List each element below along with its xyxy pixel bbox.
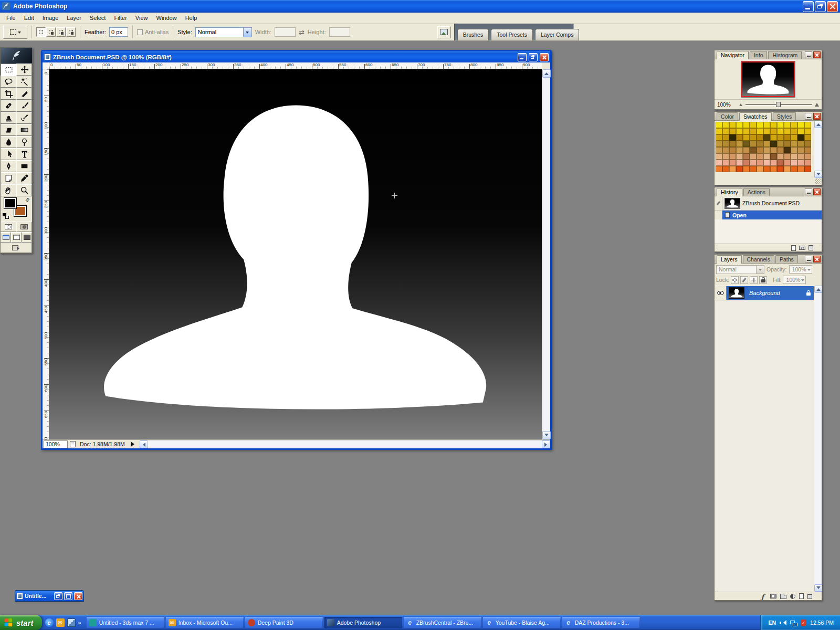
color-swatch[interactable] [722, 141, 729, 147]
crop-tool[interactable] [1, 88, 16, 100]
layer-set-icon[interactable] [780, 595, 786, 599]
color-swatch[interactable] [763, 134, 770, 141]
color-swatch[interactable] [750, 166, 757, 172]
language-indicator[interactable]: EN [768, 620, 776, 626]
color-swatch[interactable] [777, 153, 784, 160]
resize-grip[interactable] [815, 178, 821, 184]
taskbar-button-3dsmax[interactable]: Untitled - 3ds max 7 ... [87, 617, 164, 628]
new-snapshot-icon[interactable] [799, 246, 805, 250]
rectangular-marquee-tool[interactable] [1, 64, 16, 76]
swap-colors-icon[interactable] [24, 196, 31, 204]
menu-filter[interactable]: Filter [110, 13, 131, 23]
minimized-document-window[interactable]: Untitle... [15, 590, 84, 602]
color-swatch[interactable] [722, 122, 729, 128]
color-swatch[interactable] [797, 147, 804, 153]
color-swatch[interactable] [716, 122, 722, 128]
navigator-view-rectangle[interactable] [741, 61, 795, 97]
color-swatch[interactable] [804, 160, 811, 166]
horizontal-scrollbar[interactable] [140, 440, 550, 448]
color-swatch[interactable] [736, 134, 743, 141]
scroll-down-button[interactable] [814, 171, 822, 178]
chevron-overflow-icon[interactable] [78, 620, 81, 626]
color-swatch[interactable] [729, 122, 736, 128]
color-swatch[interactable] [784, 141, 791, 147]
color-swatch[interactable] [757, 122, 763, 128]
blur-tool[interactable] [1, 136, 16, 148]
outlook-icon[interactable] [56, 618, 65, 627]
minimize-button[interactable] [803, 1, 814, 12]
delete-layer-icon[interactable] [807, 594, 812, 599]
lock-position-toggle[interactable] [750, 276, 758, 284]
color-swatch[interactable] [729, 160, 736, 166]
color-swatch[interactable] [797, 128, 804, 134]
internet-explorer-icon[interactable] [45, 618, 54, 627]
color-swatch[interactable] [784, 147, 791, 153]
fullscreen-menu-screen-mode-button[interactable] [11, 232, 22, 243]
tab-swatches[interactable]: Swatches [739, 112, 772, 121]
color-swatch[interactable] [757, 147, 763, 153]
color-swatch[interactable] [757, 160, 763, 166]
color-swatch[interactable] [716, 160, 722, 166]
visibility-toggle[interactable] [715, 286, 727, 300]
subtract-from-selection-button[interactable] [56, 27, 66, 37]
color-swatch[interactable] [722, 166, 729, 172]
color-swatch[interactable] [797, 122, 804, 128]
quick-mask-mode-button[interactable] [16, 222, 32, 232]
color-swatch[interactable] [797, 160, 804, 166]
security-icon[interactable] [801, 620, 806, 626]
scroll-down-button[interactable] [814, 584, 822, 592]
healing-brush-tool[interactable] [1, 100, 16, 112]
show-desktop-icon[interactable] [67, 618, 76, 627]
color-swatch[interactable] [722, 128, 729, 134]
color-swatch[interactable] [757, 153, 763, 160]
color-swatch[interactable] [729, 153, 736, 160]
lock-transparency-toggle[interactable] [731, 276, 739, 284]
menu-view[interactable]: View [131, 13, 152, 23]
dodge-tool[interactable] [16, 136, 32, 148]
fullscreen-screen-mode-button[interactable] [22, 232, 32, 243]
tool-preset-picker[interactable] [3, 26, 27, 39]
color-swatch[interactable] [736, 122, 743, 128]
lasso-tool[interactable] [1, 76, 16, 88]
eraser-tool[interactable] [1, 124, 16, 136]
color-swatch[interactable] [797, 166, 804, 172]
color-swatch[interactable] [716, 153, 722, 160]
color-swatch[interactable] [784, 166, 791, 172]
history-source-column[interactable] [715, 196, 722, 210]
network-icon[interactable] [790, 620, 797, 626]
type-tool[interactable] [16, 148, 32, 160]
color-swatch[interactable] [791, 122, 797, 128]
notes-tool[interactable] [1, 172, 16, 184]
lock-all-toggle[interactable] [759, 276, 767, 284]
minwin-close-button[interactable] [74, 592, 82, 600]
scroll-left-button[interactable] [140, 440, 148, 448]
color-swatch[interactable] [750, 141, 757, 147]
color-swatch[interactable] [791, 160, 797, 166]
zoom-out-icon[interactable] [739, 103, 742, 106]
opacity-input[interactable]: 100% [789, 265, 812, 274]
color-swatch[interactable] [770, 147, 777, 153]
scroll-up-button[interactable] [814, 286, 822, 293]
palette-close-button[interactable] [813, 51, 821, 58]
add-to-selection-button[interactable] [46, 27, 56, 37]
slider-thumb[interactable] [776, 102, 781, 107]
color-swatch[interactable] [770, 134, 777, 141]
move-tool[interactable] [16, 64, 32, 76]
color-swatch[interactable] [743, 134, 750, 141]
gradient-tool[interactable] [16, 124, 32, 136]
blend-mode-select[interactable]: Normal [716, 265, 764, 274]
toolbox-header[interactable] [1, 48, 32, 64]
color-swatch[interactable] [770, 128, 777, 134]
color-swatch[interactable] [784, 153, 791, 160]
foreground-color-swatch[interactable] [4, 198, 16, 208]
color-swatch[interactable] [743, 141, 750, 147]
color-swatch[interactable] [736, 147, 743, 153]
intersect-selection-button[interactable] [66, 27, 76, 37]
delete-state-icon[interactable] [808, 245, 813, 250]
tab-histogram[interactable]: Histogram [768, 51, 802, 59]
color-swatch[interactable] [784, 122, 791, 128]
color-swatch[interactable] [770, 141, 777, 147]
color-swatch[interactable] [777, 147, 784, 153]
magic-wand-tool[interactable] [16, 76, 32, 88]
clone-stamp-tool[interactable] [1, 112, 16, 124]
